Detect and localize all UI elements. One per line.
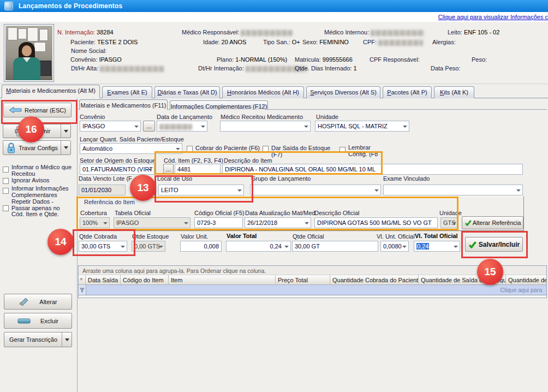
- vl-total-oficial-combo[interactable]: 0,24: [414, 241, 460, 252]
- grid-empty-strip: [79, 295, 546, 298]
- data-lancamento-label: Data de Lançamento: [157, 114, 212, 120]
- chevron-down-icon: [103, 222, 108, 224]
- chevron-down-icon: [403, 126, 407, 128]
- chevron-down-icon: [148, 169, 152, 171]
- travar-configs-button[interactable]: Travar Configs: [3, 140, 71, 155]
- chevron-down-icon: [159, 246, 163, 248]
- tab-diarias-taxas[interactable]: Diárias e Taxas (Alt D): [154, 86, 220, 98]
- checkbox-informar-informacoes[interactable]: Informar Informações Complementares: [3, 186, 74, 199]
- travar-configs-dropdown[interactable]: [61, 141, 70, 155]
- checkbox-box: [3, 188, 9, 194]
- tab-materiais-medicamentos[interactable]: Materiais e Medicamentos (Alt M): [2, 85, 100, 98]
- data-atualizacao-combo[interactable]: 26/12/2018: [245, 217, 311, 228]
- local-uso-label: Local de Uso: [157, 176, 192, 182]
- data-vencto-label: Data Vencto Lote (F: [79, 176, 132, 182]
- grupo-lancamento-combo[interactable]: [250, 185, 381, 195]
- qtde-dias-line: Qtde. Dias Internado:1: [295, 65, 357, 72]
- check-icon: [464, 219, 472, 226]
- filter-hint: Clique aqui para: [501, 287, 542, 293]
- eraser-icon: [17, 318, 31, 324]
- excluir-button[interactable]: Excluir: [4, 313, 72, 329]
- alterar-referencia-button[interactable]: Alterar Referência: [462, 216, 523, 229]
- checkbox-repetir-dados[interactable]: Repetir Dados - Passar apenas no Cód. It…: [3, 199, 74, 218]
- descricao-oficial-field[interactable]: DIPIRONA GOTAS 500 MG/ML SO VO GT: [314, 217, 438, 228]
- unidade-combo[interactable]: HOSPITAL SQL - MATRIZ: [315, 121, 409, 132]
- medico-responsavel-line: Médico Responsável:: [182, 29, 293, 36]
- pencil-icon: [19, 298, 29, 306]
- tab-honorarios-medicos[interactable]: Honorários Médicos (Alt H): [222, 86, 304, 98]
- setor-origem-label: Setor de Origem do Estoque: [80, 158, 156, 164]
- checkbox-informar-medico[interactable]: Informar o Médico que Receitou: [3, 164, 74, 177]
- column-header-quantidade-sa[interactable]: Quantidade de Sa: [506, 275, 546, 285]
- medico-receitou-combo[interactable]: [220, 121, 311, 132]
- data-atualizacao-label: Data Atualização Mat/Med: [245, 210, 315, 216]
- imprimir-button[interactable]: Imprimir: [3, 124, 71, 138]
- photo-paper: [18, 28, 27, 39]
- exame-vinculado-combo[interactable]: [383, 185, 523, 195]
- checkbox-box: [3, 167, 9, 173]
- valor-unit-field[interactable]: 0,008: [180, 241, 222, 252]
- qtde-estoque-combo[interactable]: 0,00 GTS: [132, 241, 165, 252]
- window-title: Lançamentos de Procedimentos: [19, 2, 122, 10]
- column-header-data-saida[interactable]: Data Saída: [86, 275, 121, 285]
- column-header-quantidade-cobrada[interactable]: Quantidade Cobrada do Paciente: [330, 275, 419, 285]
- checkbox-box: [3, 178, 9, 184]
- imprimir-dropdown[interactable]: [61, 124, 70, 138]
- app-icon: [4, 2, 13, 10]
- checkbox-cobrar-paciente[interactable]: Cobrar do Paciente (F6): [187, 145, 260, 152]
- matricula-line: Matricula:999555666: [295, 56, 353, 63]
- column-header-codigo-item[interactable]: Código do Item: [121, 275, 169, 285]
- tab-informacoes-f12[interactable]: Informações Complementares (F12): [170, 100, 268, 110]
- link-bar: Clique aqui para visualizar Informações …: [0, 12, 548, 22]
- local-uso-combo[interactable]: LEITO: [158, 185, 244, 195]
- tab-materiais-f11[interactable]: Materiais e Medicamentos (F11): [79, 99, 168, 110]
- valor-unit-label: Valor Unit.: [181, 234, 209, 240]
- column-header-quantidade-saida[interactable]: Quantidade de Saída do Estoque: [419, 275, 506, 285]
- tab-exames[interactable]: Exames (Alt E): [102, 86, 152, 98]
- checkbox-box: [263, 146, 269, 152]
- tab-pacotes[interactable]: Pacotes (Alt P): [383, 86, 432, 98]
- tabela-oficial-combo[interactable]: IPASGO: [114, 217, 190, 228]
- retornar-button[interactable]: Retornar (ESC): [3, 103, 72, 117]
- cobertura-combo[interactable]: 100%: [80, 217, 110, 228]
- filter-cell[interactable]: [79, 285, 86, 295]
- column-header-preco-total[interactable]: Preço Total: [276, 275, 330, 285]
- checkbox-dar-saida[interactable]: Dar Saída do Estoque (F7): [263, 145, 342, 152]
- cod-item-field[interactable]: 4481: [175, 164, 221, 175]
- grid-indicator-header: ✳: [79, 275, 86, 285]
- grid-filter-row[interactable]: Clique aqui para: [79, 285, 546, 295]
- checkbox-lembrar-config[interactable]: Lembrar Config. (F8: [339, 145, 382, 158]
- tab-servicos-diversos[interactable]: Serviços Diversos (Alt S): [306, 86, 380, 98]
- lancar-quant-combo[interactable]: Automático: [80, 143, 182, 154]
- unidade-oficial-combo[interactable]: GTS: [440, 217, 458, 228]
- convenio-combo[interactable]: IPASGO: [80, 121, 141, 132]
- valor-total-combo[interactable]: 0,24: [226, 241, 291, 252]
- chevron-down-icon: [284, 246, 289, 248]
- descricao-item-field[interactable]: DIPIRONA - NOVALGINA SOL ORAL 500 MG/ML …: [222, 164, 523, 175]
- column-header-item[interactable]: Item: [169, 275, 276, 285]
- checkbox-ignorar-avisos[interactable]: Ignorar Avisos: [3, 177, 74, 185]
- convenio-ellipsis-button[interactable]: ...: [143, 121, 155, 132]
- idade-line: Idade:20 ANOS: [203, 39, 246, 45]
- data-lancamento-combo[interactable]: [157, 121, 207, 132]
- gerar-transcricao-button[interactable]: Gerar Transcrição: [4, 332, 72, 347]
- setor-origem-combo[interactable]: 01.FATURAMENTO (VIRT: [80, 164, 154, 175]
- referencia-item-title: Referência do Item: [84, 199, 135, 205]
- qtde-cobrada-combo[interactable]: 30,00 GTS: [79, 241, 127, 252]
- checkbox-box: [339, 147, 346, 153]
- cod-item-ellipsis-button[interactable]: ...: [163, 164, 174, 175]
- data-vencto-field[interactable]: 01/01/2030: [79, 185, 126, 195]
- gerar-transcricao-dropdown[interactable]: [62, 332, 72, 347]
- qtde-oficial-field[interactable]: 30,00 GT: [292, 241, 378, 252]
- salvar-incluir-button[interactable]: Salvar/Incluir: [465, 237, 523, 252]
- qtde-estoque-label: Qtde Estoque: [132, 234, 169, 240]
- descricao-item-label: Descrição do Item: [224, 158, 272, 164]
- vl-unt-oficial-combo[interactable]: 0,0080: [380, 241, 409, 252]
- alterar-button[interactable]: Alterar: [4, 294, 72, 310]
- funnel-icon: [80, 288, 85, 293]
- codigo-oficial-field[interactable]: 0729-3: [194, 217, 243, 228]
- sexo-line: Sexo:FEMININO: [302, 39, 349, 45]
- visualizar-informacoes-link[interactable]: Clique aqui para visualizar Informações …: [438, 14, 548, 20]
- tabela-oficial-label: Tabela Oficial: [115, 210, 151, 216]
- tab-kits[interactable]: Kits (Alt K): [434, 86, 474, 98]
